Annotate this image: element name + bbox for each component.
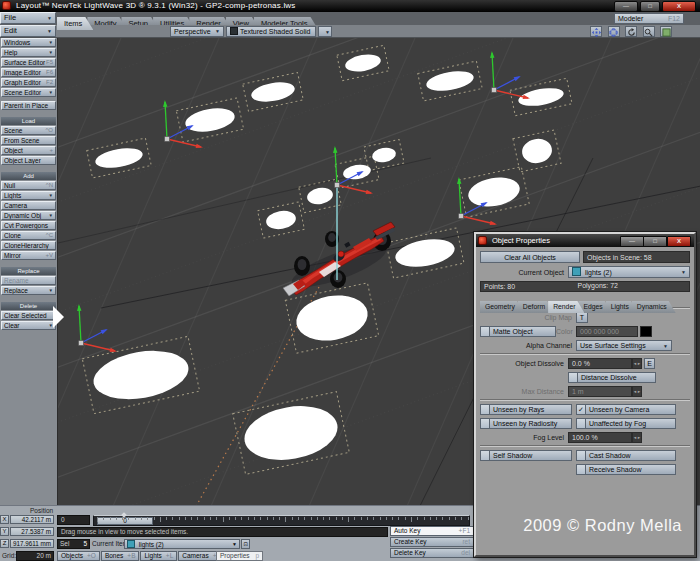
status-hint: Drag mouse in view to move selected item… xyxy=(57,527,388,537)
timeline-track[interactable]: 0 xyxy=(93,515,470,526)
viewport-extra-dropdown[interactable]: ▼ xyxy=(318,26,332,37)
fog-level-field[interactable]: 100.0 % xyxy=(568,432,632,443)
axis-button-y[interactable]: Y xyxy=(0,527,9,536)
properties-button[interactable]: Properties p xyxy=(216,551,263,561)
minimize-button[interactable]: — xyxy=(614,1,638,12)
self-shadow-checkbox[interactable]: Self Shadow xyxy=(480,450,572,461)
timeline-tick xyxy=(160,517,161,522)
lights-select-button[interactable]: Lights+L xyxy=(140,551,177,561)
object-properties-panel: Object Properties — □ X Clear All Object… xyxy=(474,232,696,557)
sidebar-item-windows[interactable]: Windows▼ xyxy=(1,38,56,47)
axis-value-x[interactable]: 42.2117 m xyxy=(10,515,54,524)
panel-minimize-button[interactable]: — xyxy=(620,236,644,247)
alpha-channel-dropdown[interactable]: Use Surface Settings ▼ xyxy=(576,340,672,351)
spinner-icon: ◄► xyxy=(632,386,642,397)
view-mode-value: Perspective xyxy=(174,28,211,35)
unseen-by-rays-checkbox[interactable]: Unseen by Rays xyxy=(480,404,572,415)
sidebar-item-object[interactable]: Object+ xyxy=(1,146,56,155)
file-menu[interactable]: File▼ xyxy=(0,12,56,24)
timeline-tick xyxy=(323,517,324,520)
checkbox-icon xyxy=(480,418,490,429)
item-list-mini-button[interactable]: ⊡ xyxy=(241,539,250,549)
matte-object-label: Matte Object xyxy=(490,326,556,337)
maximize-button[interactable]: □ xyxy=(640,1,660,12)
fit-grid-icon[interactable] xyxy=(660,26,672,37)
envelope-button[interactable]: E xyxy=(644,358,655,369)
sidebar-item-dynamic-obj[interactable]: Dynamic Obj▼ xyxy=(1,211,56,220)
sidebar-item-scene-editor[interactable]: Scene Editor▼ xyxy=(1,88,56,97)
current-object-dropdown[interactable]: lights (2) ▼ xyxy=(568,266,690,278)
sidebar-collapse-arrow[interactable] xyxy=(53,306,64,328)
sidebar-item-image-editor[interactable]: Image EditorF6 xyxy=(1,68,56,77)
sidebar-item-camera[interactable]: Camera xyxy=(1,201,56,210)
sidebar-item-cvt-powergons[interactable]: Cvt Powergons xyxy=(1,221,56,230)
spinner-icon[interactable]: ◄► xyxy=(632,432,642,443)
timeline-tick xyxy=(210,517,211,520)
view-mode-dropdown[interactable]: Perspective▼ xyxy=(170,26,224,37)
panel-tab-dynamics[interactable]: Dynamics xyxy=(632,301,676,313)
sidebar-item-clonehierarchy[interactable]: CloneHierarchy xyxy=(1,241,56,250)
receive-shadow-checkbox[interactable]: Receive Shadow xyxy=(576,464,676,475)
shading-mode-dropdown[interactable]: Textured Shaded Solid▼ xyxy=(226,26,316,37)
panel-title-bar[interactable]: Object Properties — □ X xyxy=(476,234,694,247)
timeline-tick xyxy=(373,517,374,520)
pan-icon[interactable] xyxy=(590,26,602,37)
close-button[interactable]: X xyxy=(662,1,696,12)
panel-maximize-button[interactable]: □ xyxy=(643,236,667,247)
sidebar-item-clear-selected[interactable]: Clear Selected xyxy=(1,311,56,320)
sidebar-item-from-scene[interactable]: From Scene xyxy=(1,136,56,145)
sidebar-item-help[interactable]: Help▼ xyxy=(1,48,56,57)
clear-all-objects-button[interactable]: Clear All Objects xyxy=(480,251,580,263)
timeline-tick xyxy=(166,517,167,520)
fog-level-label: Fog Level xyxy=(480,434,568,441)
timeline-tick xyxy=(135,517,136,520)
cast-shadow-label: Cast Shadow xyxy=(586,450,676,461)
clip-map-button[interactable]: T xyxy=(576,312,588,323)
sidebar-item-surface-editor[interactable]: Surface EditorF5 xyxy=(1,58,56,67)
chevron-down-icon: ▼ xyxy=(215,27,220,36)
timeline-tick xyxy=(229,517,230,520)
sidebar-item-lights[interactable]: Lights▼ xyxy=(1,191,56,200)
panel-close-button[interactable]: X xyxy=(667,236,691,247)
panel-tab-geometry[interactable]: Geometry xyxy=(480,301,524,313)
objects-select-button[interactable]: Objects+O xyxy=(57,551,100,561)
auto-key-button[interactable]: Auto Key+F1 xyxy=(390,526,474,536)
sidebar-item-graph-editor[interactable]: Graph EditorF2 xyxy=(1,78,56,87)
zoom-icon[interactable] xyxy=(643,26,655,37)
axis-value-z[interactable]: 917.9611 mm xyxy=(10,539,54,548)
distance-dissolve-checkbox[interactable]: Distance Dissolve xyxy=(568,372,656,383)
sidebar-item-rename: Rename xyxy=(1,276,56,285)
spinner-icon[interactable]: ◄► xyxy=(632,358,642,369)
color-swatch[interactable] xyxy=(640,326,652,337)
frame-number-field[interactable]: 0 xyxy=(57,515,90,525)
create-key-button[interactable]: Create Keyret xyxy=(390,537,474,547)
sidebar-item-object-layer[interactable]: Object Layer xyxy=(1,156,56,165)
delete-key-button[interactable]: Delete Keydel xyxy=(390,548,474,558)
bones-select-button[interactable]: Bones+B xyxy=(101,551,140,561)
cast-shadow-checkbox[interactable]: Cast Shadow xyxy=(576,450,676,461)
edit-menu[interactable]: Edit▼ xyxy=(0,25,56,37)
panel-title: Object Properties xyxy=(492,234,550,247)
sidebar-item-scene[interactable]: Scene^O xyxy=(1,126,56,135)
sidebar-item-mirror[interactable]: Mirror+V xyxy=(1,251,56,260)
sidebar-item-clear[interactable]: Clear▼ xyxy=(1,321,56,330)
modeler-button[interactable]: ModelerF12 xyxy=(614,13,684,24)
axis-button-z[interactable]: Z xyxy=(0,539,9,548)
current-item-dropdown[interactable]: lights (2) ▼ xyxy=(124,539,240,549)
clip-map-label: Clip Map xyxy=(480,314,576,321)
unseen-by-camera-checkbox[interactable]: ✓ Unseen by Camera xyxy=(576,404,676,415)
rotate-icon[interactable] xyxy=(625,26,637,37)
sidebar-item-null[interactable]: Null^N xyxy=(1,181,56,190)
object-dissolve-field[interactable]: 0.0 % xyxy=(568,358,632,369)
sidebar-item-parent-in-place[interactable]: Parent in Place xyxy=(1,101,56,110)
sidebar-item-clone[interactable]: Clone^C xyxy=(1,231,56,240)
timeline-handle[interactable]: 0 xyxy=(97,517,153,525)
matte-object-checkbox[interactable]: Matte Object xyxy=(480,326,556,337)
current-object-label: Current Object xyxy=(480,269,568,276)
unaffected-by-fog-checkbox[interactable]: Unaffected by Fog xyxy=(576,418,676,429)
move-icon[interactable] xyxy=(608,26,620,37)
axis-button-x[interactable]: X xyxy=(0,515,9,524)
unseen-by-radiosity-checkbox[interactable]: Unseen by Radiosity xyxy=(480,418,572,429)
sidebar-item-replace[interactable]: Replace▼ xyxy=(1,286,56,295)
axis-value-y[interactable]: 27.5387 m xyxy=(10,527,54,536)
